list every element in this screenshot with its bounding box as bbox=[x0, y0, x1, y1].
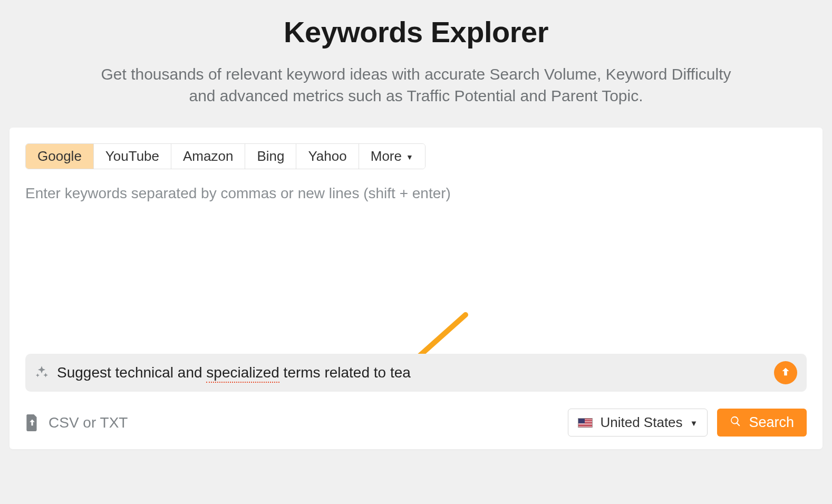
engine-tab-label: Amazon bbox=[183, 148, 233, 164]
country-label: United States bbox=[600, 414, 682, 431]
textarea-placeholder: Enter keywords separated by commas or ne… bbox=[25, 185, 451, 201]
engine-tab-youtube[interactable]: YouTube bbox=[94, 144, 171, 169]
file-upload-icon bbox=[25, 414, 39, 431]
page-title: Keywords Explorer bbox=[41, 15, 791, 49]
search-icon bbox=[730, 414, 741, 431]
search-button[interactable]: Search bbox=[717, 409, 807, 437]
country-select[interactable]: United States ▼ bbox=[568, 409, 708, 437]
page-header: Keywords Explorer Get thousands of relev… bbox=[9, 9, 823, 128]
engine-tab-label: Bing bbox=[257, 148, 284, 164]
search-engine-tabs: Google YouTube Amazon Bing Yahoo More ▼ bbox=[25, 143, 425, 169]
engine-tab-label: Yahoo bbox=[308, 148, 346, 164]
sparkle-icon bbox=[35, 365, 49, 381]
engine-tab-more[interactable]: More ▼ bbox=[359, 144, 425, 169]
bottom-controls: CSV or TXT United States ▼ Search bbox=[25, 409, 807, 437]
engine-tab-label: YouTube bbox=[105, 148, 159, 164]
explorer-card: Google YouTube Amazon Bing Yahoo More ▼ … bbox=[9, 128, 823, 449]
ai-submit-button[interactable] bbox=[774, 361, 797, 384]
us-flag-icon bbox=[578, 418, 593, 428]
engine-tab-amazon[interactable]: Amazon bbox=[171, 144, 245, 169]
keywords-textarea[interactable]: Enter keywords separated by commas or ne… bbox=[25, 185, 807, 348]
ai-suggest-row: Suggest technical and specialized terms … bbox=[25, 354, 807, 392]
chevron-down-icon: ▼ bbox=[406, 153, 413, 161]
engine-tab-label: More bbox=[371, 148, 402, 164]
page-subtitle: Get thousands of relevant keyword ideas … bbox=[94, 64, 738, 106]
ai-text-suffix: terms related to tea bbox=[279, 364, 411, 381]
chevron-down-icon: ▼ bbox=[690, 419, 698, 428]
search-button-label: Search bbox=[749, 414, 794, 431]
ai-suggest-input[interactable]: Suggest technical and specialized terms … bbox=[57, 364, 766, 381]
arrow-up-icon bbox=[780, 366, 791, 380]
engine-tab-label: Google bbox=[37, 148, 82, 164]
ai-text-prefix: Suggest technical and bbox=[57, 364, 206, 381]
engine-tab-google[interactable]: Google bbox=[26, 144, 94, 169]
engine-tab-bing[interactable]: Bing bbox=[245, 144, 296, 169]
upload-label: CSV or TXT bbox=[49, 414, 128, 431]
ai-text-flagged: specialized bbox=[206, 364, 279, 381]
upload-file-button[interactable]: CSV or TXT bbox=[25, 414, 128, 431]
engine-tab-yahoo[interactable]: Yahoo bbox=[296, 144, 359, 169]
